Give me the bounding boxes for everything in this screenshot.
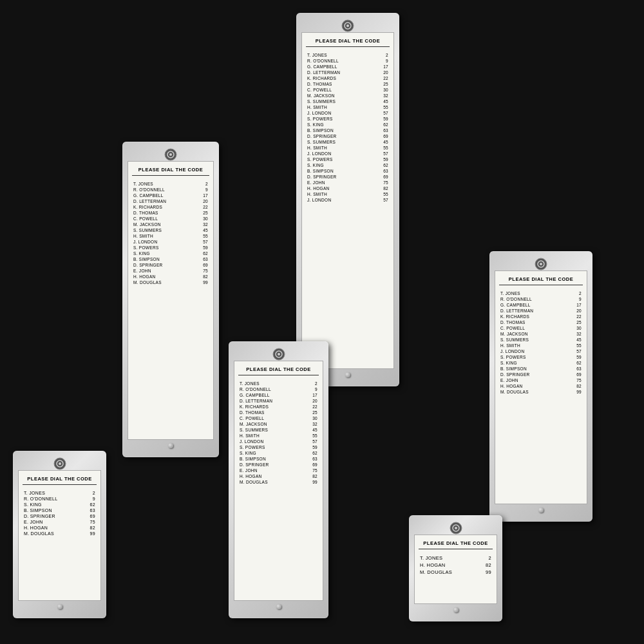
entry-code: 55 [195,234,208,238]
entry-row: H. SMITH55 [306,104,390,110]
entry-code: 99 [305,480,317,484]
entry-row: H. HOGAN82 [419,562,493,569]
entry-code: 17 [305,393,317,397]
entry-row: J. LONDON57 [499,348,583,354]
entry-row: M. DOUGLAS99 [238,479,319,485]
entry-name: E. JOHN [240,468,305,473]
entry-row: T. JONES2 [238,381,319,386]
entry-name: R. O'DONNELL [307,59,375,63]
entry-code: 25 [195,211,208,215]
entry-code: 17 [569,303,582,307]
entry-name: S. KING [133,251,195,256]
entry-name: S. POWERS [500,355,569,359]
entry-code: 59 [195,245,208,250]
screw-bottom-6 [453,607,459,612]
entry-row: H. SMITH55 [306,145,390,151]
entry-code: 62 [375,122,388,127]
entry-code: 17 [375,64,388,69]
panel-title-3: PLEASE DIAL THE CODE [238,366,319,375]
entry-code: 69 [195,263,208,267]
svg-point-8 [278,353,280,355]
entry-row: E. JOHN75 [499,377,583,383]
svg-point-5 [169,153,172,156]
entry-row: M. JACKSON32 [238,421,319,427]
entry-row: S. SUMMERS45 [306,99,390,104]
entry-row: T. JONES2 [23,490,97,496]
entry-name: M. DOUGLAS [240,480,305,484]
entry-name: J. LONDON [307,111,375,115]
entry-name: B. SIMPSON [24,508,82,513]
panel-right-medium: PLEASE DIAL THE CODE T. JONES2R. O'DONNE… [489,251,592,522]
panel-medium-center: PLEASE DIAL THE CODE T. JONES2R. O'DONNE… [229,341,328,618]
entry-code: 22 [569,314,582,319]
entry-name: S. POWERS [307,157,375,162]
entry-row: M. JACKSON32 [306,93,390,99]
panel-inner-2: PLEASE DIAL THE CODE T. JONES2R. O'DONNE… [128,161,214,440]
entry-code: 59 [375,117,388,121]
entries-list-5: T. JONES2R. O'DONNELL9S. KING62B. SIMPSO… [23,490,97,536]
entry-code: 69 [375,175,388,179]
entry-name: H. SMITH [307,192,375,196]
entry-code: 63 [375,128,388,133]
entry-row: D. LETTERMAN20 [132,198,209,204]
entry-code: 69 [82,514,95,518]
entry-name: H. SMITH [133,234,195,238]
entry-name: S. POWERS [307,117,375,121]
entry-name: E. JOHN [24,520,82,524]
entry-code: 30 [375,88,388,92]
entry-row: T. JONES2 [499,290,583,296]
entry-name: T. JONES [24,491,82,495]
entry-row: K. RICHARDS22 [132,204,209,210]
panel-inner-4: PLEASE DIAL THE CODE T. JONES2R. O'DONNE… [495,270,587,504]
entry-name: S. SUMMERS [307,99,375,104]
entry-row: D. SPRINGER69 [132,262,209,268]
entry-row: S. SUMMERS45 [238,427,319,433]
entry-name: S. SUMMERS [307,140,375,144]
entry-name: C. POWELL [500,326,569,330]
entry-name: R. O'DONNELL [133,187,195,192]
entry-name: D. THOMAS [133,211,195,215]
entry-code: 75 [82,520,95,524]
panel-inner-5: PLEASE DIAL THE CODE T. JONES2R. O'DONNE… [18,470,101,601]
entry-name: H. SMITH [307,105,375,109]
entry-row: C. POWELL30 [238,415,319,421]
entry-row: C. POWELL30 [132,216,209,222]
entry-code: 17 [195,193,208,198]
entry-code: 20 [375,70,388,75]
entry-row: D. LETTERMAN20 [499,308,583,314]
entry-code: 9 [82,497,95,501]
panel-title-4: PLEASE DIAL THE CODE [499,276,583,285]
entry-code: 55 [305,433,317,438]
entry-row: S. KING62 [132,251,209,256]
entry-row: R. O'DONNELL9 [238,386,319,392]
entry-code: 25 [375,82,388,86]
entry-name: R. O'DONNELL [24,497,82,501]
entry-name: S. SUMMERS [240,428,305,432]
panel-title-5: PLEASE DIAL THE CODE [23,476,97,485]
entry-row: D. THOMAS25 [132,210,209,216]
entry-name: M. JACKSON [307,93,375,98]
entry-name: H. HOGAN [133,274,195,279]
entry-code: 82 [82,526,95,530]
entry-name: D. LETTERMAN [240,399,305,403]
entry-code: 62 [375,163,388,167]
entry-row: D. THOMAS25 [306,81,390,87]
entry-row: H. HOGAN82 [499,383,583,389]
entry-row: E. JOHN75 [132,268,209,274]
entry-row: T. JONES2 [132,181,209,187]
entry-row: H. SMITH55 [238,433,319,439]
entry-code: 45 [375,140,388,144]
entry-code: 99 [478,569,491,575]
entry-name: M. JACKSON [240,422,305,426]
entry-row: K. RICHARDS22 [238,404,319,410]
logo-icon [341,19,354,32]
entry-row: B. SIMPSON63 [499,366,583,372]
entry-code: 75 [375,180,388,185]
entry-code: 32 [375,93,388,98]
entry-code: 55 [375,192,388,196]
entry-row: M. DOUGLAS99 [419,569,493,576]
entry-row: H. HOGAN82 [306,185,390,191]
entry-code: 32 [305,422,317,426]
entry-code: 63 [569,366,582,371]
entry-code: 63 [305,457,317,461]
